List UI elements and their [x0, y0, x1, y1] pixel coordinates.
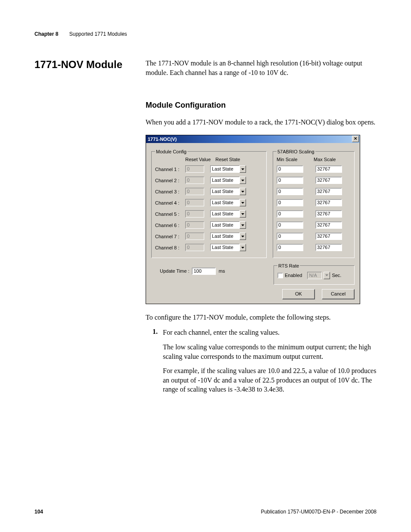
chevron-down-icon[interactable]: [240, 177, 246, 184]
step-1-sub-1: The low scaling value corresponds to the…: [163, 342, 377, 361]
update-time-input[interactable]: 100: [192, 268, 216, 275]
channel-row: Channel 6 :0Last State: [155, 220, 263, 231]
reset-state-select[interactable]: Last State: [210, 165, 240, 173]
step-1-sub-2: For example, if the scaling values are 1…: [163, 366, 377, 394]
step-1-text: For each channel, enter the scaling valu…: [163, 328, 280, 337]
svg-marker-8: [325, 274, 328, 276]
scaling-row: 032767: [277, 164, 351, 175]
section-title: 1771-NOV Module: [34, 59, 134, 71]
cancel-button[interactable]: Cancel: [322, 289, 355, 299]
min-scale-input[interactable]: 0: [277, 199, 303, 206]
reset-value-field: 0: [185, 244, 204, 251]
update-time-row: Update Time : 100 ms: [151, 268, 268, 275]
min-scale-header: Min Scale: [277, 157, 314, 162]
chevron-down-icon[interactable]: [240, 221, 246, 229]
channel-row: Channel 5 :0Last State: [155, 208, 263, 220]
reset-value-field: 0: [185, 221, 204, 229]
svg-marker-7: [241, 247, 244, 249]
max-scale-input[interactable]: 32767: [315, 177, 342, 184]
scaling-row: 032767: [277, 175, 351, 186]
chevron-down-icon[interactable]: [240, 165, 246, 173]
svg-marker-3: [241, 202, 244, 204]
chevron-down-icon[interactable]: [240, 210, 246, 218]
scaling-row: 032767: [277, 242, 351, 253]
steps-lead: To configure the 1771-NOV module, comple…: [146, 313, 377, 322]
reset-state-select[interactable]: Last State: [210, 188, 240, 195]
svg-marker-4: [241, 213, 244, 215]
svg-marker-2: [241, 191, 244, 193]
chevron-down-icon[interactable]: [240, 233, 246, 240]
channel-label: Channel 8 :: [155, 245, 185, 250]
channel-row: Channel 8 :0Last State: [155, 242, 263, 253]
channel-label: Channel 4 :: [155, 200, 185, 205]
rts-enabled-checkbox[interactable]: [277, 273, 283, 278]
config-dialog: 1771-NOC(V) ✕ Module Config Reset Value …: [146, 135, 360, 304]
step-1-number: 1.: [153, 328, 163, 337]
dialog-title: 1771-NOC(V): [148, 137, 177, 142]
max-scale-input[interactable]: 32767: [315, 244, 342, 251]
chevron-down-icon[interactable]: [240, 199, 246, 206]
channel-label: Channel 7 :: [155, 234, 185, 239]
reset-value-field: 0: [185, 233, 204, 240]
reset-state-select[interactable]: Last State: [210, 199, 240, 206]
chapter-number: Chapter 8: [34, 31, 58, 37]
min-scale-input[interactable]: 0: [277, 233, 303, 240]
reset-state-select[interactable]: Last State: [210, 177, 240, 184]
min-scale-input[interactable]: 0: [277, 188, 303, 195]
max-scale-input[interactable]: 32767: [315, 188, 342, 195]
rts-unit: Sec.: [332, 273, 341, 278]
reset-state-select[interactable]: Last State: [210, 221, 240, 229]
max-scale-header: Max Scale: [314, 157, 351, 162]
min-scale-input[interactable]: 0: [277, 221, 303, 229]
scaling-legend: 57ABRIO Scaling: [277, 149, 315, 154]
rts-rate-legend: RTS Rate: [277, 263, 300, 268]
scaling-row: 032767: [277, 208, 351, 220]
channel-label: Channel 5 :: [155, 212, 185, 217]
close-icon[interactable]: ✕: [352, 136, 359, 142]
reset-state-select[interactable]: Last State: [210, 233, 240, 240]
scaling-row: 032767: [277, 197, 351, 208]
update-time-label: Update Time :: [160, 268, 189, 274]
min-scale-input[interactable]: 0: [277, 177, 303, 184]
publication-id: Publication 1757-UM007D-EN-P - December …: [261, 509, 377, 515]
svg-marker-1: [241, 180, 244, 181]
rts-value-field: N/A: [307, 272, 322, 279]
svg-marker-0: [241, 168, 244, 170]
reset-state-select[interactable]: Last State: [210, 244, 240, 251]
chevron-down-icon[interactable]: [240, 244, 246, 251]
reset-value-field: 0: [185, 177, 204, 184]
min-scale-input[interactable]: 0: [277, 210, 303, 218]
update-time-unit: ms: [218, 268, 225, 274]
channel-row: Channel 7 :0Last State: [155, 231, 263, 242]
svg-marker-6: [241, 236, 244, 237]
reset-state-header: Reset State: [215, 157, 254, 162]
reset-value-field: 0: [185, 165, 204, 173]
channel-row: Channel 2 :0Last State: [155, 175, 263, 186]
max-scale-input[interactable]: 32767: [315, 221, 342, 229]
min-scale-input[interactable]: 0: [277, 244, 303, 251]
max-scale-input[interactable]: 32767: [315, 210, 342, 218]
ok-button[interactable]: OK: [282, 289, 315, 299]
min-scale-input[interactable]: 0: [277, 165, 303, 173]
page-footer: 104 Publication 1757-UM007D-EN-P - Decem…: [34, 509, 377, 515]
max-scale-input[interactable]: 32767: [315, 199, 342, 206]
module-config-legend: Module Config: [155, 149, 187, 154]
channel-row: Channel 3 :0Last State: [155, 186, 263, 197]
reset-value-header: Reset Value: [185, 157, 215, 162]
intro-paragraph: The 1771-NOV module is an 8-channel high…: [146, 59, 377, 77]
max-scale-input[interactable]: 32767: [315, 233, 342, 240]
channel-label: Channel 1 :: [155, 167, 185, 172]
module-config-group: Module Config Reset Value Reset State Ch…: [151, 149, 267, 258]
max-scale-input[interactable]: 32767: [315, 165, 342, 173]
channel-label: Channel 2 :: [155, 178, 185, 183]
rts-rate-group: RTS Rate Enabled N/A Sec.: [274, 263, 355, 285]
rts-dropdown-button[interactable]: [324, 272, 330, 279]
dialog-titlebar[interactable]: 1771-NOC(V) ✕: [146, 135, 360, 143]
subsection-title: Module Configuration: [146, 101, 377, 110]
reset-value-field: 0: [185, 210, 204, 218]
reset-state-select[interactable]: Last State: [210, 210, 240, 218]
scaling-group: 57ABRIO Scaling Min Scale Max Scale 0327…: [273, 149, 355, 258]
chevron-down-icon[interactable]: [240, 188, 246, 195]
scaling-row: 032767: [277, 231, 351, 242]
dialog-body: Module Config Reset Value Reset State Ch…: [146, 143, 360, 304]
